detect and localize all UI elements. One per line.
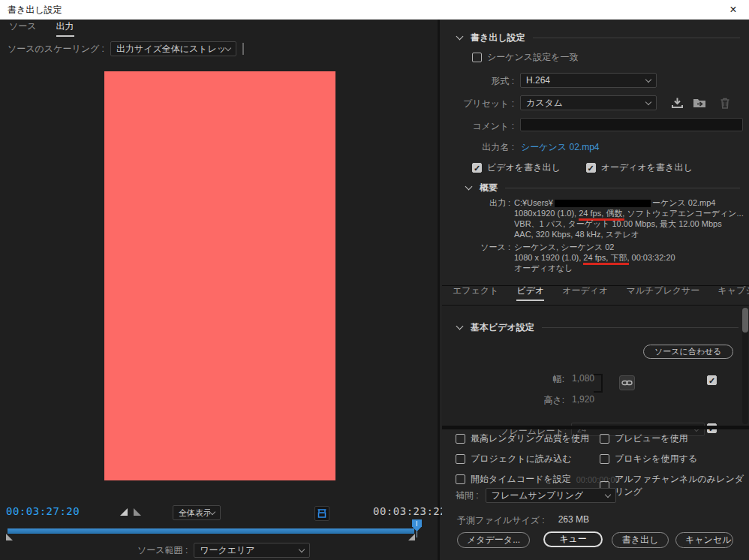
video-preview (104, 71, 335, 480)
tab-audio[interactable]: オーディオ (562, 285, 608, 301)
summary-section-header[interactable]: 概要 (466, 182, 740, 194)
link-dimensions-button[interactable] (619, 375, 635, 390)
close-icon[interactable]: × (717, 3, 749, 17)
source-scaling-value: 出力サイズ全体にストレッチ (116, 43, 226, 56)
summary-source-audio-text: オーディオなし (514, 263, 573, 273)
chevron-down-icon (456, 33, 464, 41)
summary-source-text: シーケンス, シーケンス 02 (514, 242, 614, 252)
width-value[interactable]: 1,080 (572, 373, 594, 384)
preview-panel: ソース 出力 ソースのスケーリング : 出力サイズ全体にストレッチ 00:03:… (0, 20, 440, 560)
option-set-start-timecode: 開始タイムコードを設定 00:00:00:00 (456, 473, 620, 486)
chevron-down-icon (456, 323, 464, 330)
source-range-label: ソース範囲 : (137, 544, 188, 557)
tab-captions[interactable]: キャプション (717, 285, 749, 301)
output-name-row: 出力名 : シーケンス 02.mp4 (442, 140, 749, 152)
preset-value: カスタム (526, 97, 563, 110)
save-preset-button[interactable] (669, 95, 685, 110)
set-in-point-icon[interactable] (120, 508, 128, 516)
interpolation-row: 補間 : フレームサンプリング (456, 488, 616, 503)
scrollbar[interactable] (742, 308, 748, 424)
match-sequence-checkbox[interactable] (472, 53, 482, 62)
set-out-point-icon[interactable] (134, 508, 141, 516)
format-dropdown[interactable]: H.264 (520, 73, 657, 88)
section-divider (542, 327, 738, 328)
tab-output[interactable]: 出力 (56, 20, 74, 37)
import-preset-button[interactable] (691, 95, 708, 110)
height-value[interactable]: 1,920 (572, 394, 594, 405)
estimated-size-value: 263 MB (558, 514, 589, 527)
work-area-bar[interactable] (8, 528, 414, 534)
set-start-timecode-label: 開始タイムコードを設定 (471, 473, 571, 486)
summary-section-title: 概要 (480, 182, 498, 194)
work-area-start-handle[interactable] (6, 534, 13, 540)
estimated-size-label: 予測ファイルサイズ : (457, 514, 545, 527)
preset-row: プリセット : カスタム (442, 95, 749, 110)
export-settings-section-title: 書き出し設定 (471, 32, 525, 44)
delete-preset-button[interactable] (717, 95, 733, 110)
height-label: 高さ: (487, 394, 564, 407)
interpolation-dropdown[interactable]: フレームサンプリング (486, 488, 616, 503)
export-audio-checkbox[interactable] (586, 163, 596, 173)
save-preset-icon (671, 97, 684, 110)
dimensions-checkbox[interactable] (707, 375, 717, 385)
video-settings-scroll-area: 基本ビデオ設定 ソースに合わせる 幅: 1,080 高さ: 1,920 フレーム… (442, 306, 749, 426)
window-title: 書き出し設定 (0, 4, 62, 17)
summary-source-label: ソース : (442, 242, 514, 252)
section-divider (533, 38, 740, 38)
work-area-end-handle[interactable] (408, 534, 415, 540)
match-source-button[interactable]: ソースに合わせる (643, 345, 733, 359)
crop-button[interactable] (314, 506, 329, 521)
settings-tab-bar: エフェクト ビデオ オーディオ マルチプレクサー キャプション パブ » (442, 285, 749, 306)
comment-label: コメント : (442, 120, 514, 133)
duration-timecode: 00:03:23:22 (373, 505, 447, 517)
current-timecode[interactable]: 00:03:27:20 (6, 505, 80, 517)
set-start-timecode-checkbox[interactable] (456, 474, 465, 484)
summary-output-path-text: C:¥Users¥ーケンス 02.mp4 (514, 198, 716, 208)
width-label: 幅: (487, 373, 564, 386)
queue-button[interactable]: キュー (543, 531, 603, 547)
source-scaling-row: ソースのスケーリング : 出力サイズ全体にストレッチ (8, 41, 244, 56)
summary-audio-text: AAC, 320 Kbps, 48 kHz, ステレオ (514, 230, 639, 239)
chevron-down-icon (299, 546, 305, 552)
export-button[interactable]: 書き出し (612, 532, 669, 548)
preset-dropdown[interactable]: カスタム (520, 95, 657, 110)
import-preset-icon (693, 97, 706, 109)
export-video-checkbox[interactable] (472, 163, 482, 173)
summary-source-audio: オーディオなし (442, 263, 744, 273)
import-into-project-checkbox[interactable] (456, 454, 465, 464)
zoom-level-dropdown[interactable]: 全体表示 (173, 505, 221, 520)
comment-input[interactable] (520, 118, 743, 131)
use-proxies-checkbox[interactable] (600, 454, 609, 464)
panel-divider (442, 426, 749, 429)
max-render-quality-checkbox[interactable] (456, 434, 465, 444)
max-render-quality-label: 最高レンダリング品質を使用 (471, 432, 589, 445)
source-range-dropdown[interactable]: ワークエリア (194, 543, 310, 558)
option-use-proxies: プロキシを使用する (600, 453, 697, 465)
use-previews-checkbox[interactable] (600, 434, 609, 444)
match-sequence-label: シーケンス設定を一致 (487, 51, 578, 64)
tab-video[interactable]: ビデオ (516, 285, 544, 301)
tab-effects[interactable]: エフェクト (453, 285, 498, 301)
chevron-down-icon (645, 98, 651, 104)
basic-video-section-header[interactable]: 基本ビデオ設定 (457, 321, 738, 334)
summary-output-specs-text: 1080x1920 (1.0), 24 fps, 偶数, ソフトウェアエンコーデ… (514, 209, 744, 218)
tab-multiplexer[interactable]: マルチプレクサー (626, 285, 699, 301)
estimated-size-row: 予測ファイルサイズ : 263 MB (457, 514, 589, 527)
summary-source-specs: 1080 x 1920 (1.0), 24 fps, 下部, 00:03:32:… (442, 253, 744, 263)
source-scaling-dropdown[interactable]: 出力サイズ全体にストレッチ (110, 41, 236, 56)
metadata-button[interactable]: メタデータ... (457, 532, 530, 548)
scrollbar-thumb[interactable] (742, 308, 748, 333)
interpolation-label: 補間 : (456, 489, 479, 502)
output-name-link[interactable]: シーケンス 02.mp4 (521, 141, 599, 154)
tab-source[interactable]: ソース (9, 20, 37, 37)
dimension-link-bracket (594, 374, 603, 393)
use-previews-label: プレビューを使用 (615, 432, 687, 445)
export-settings-section-header[interactable]: 書き出し設定 (457, 32, 740, 44)
summary-output-label: 出力 : (442, 198, 514, 208)
source-scaling-label: ソースのスケーリング : (8, 43, 104, 56)
use-proxies-label: プロキシを使用する (615, 453, 697, 465)
output-name-label: 出力名 : (442, 141, 514, 154)
option-max-render-quality: 最高レンダリング品質を使用 (456, 432, 589, 445)
chevron-down-icon (645, 76, 651, 82)
cancel-button[interactable]: キャンセル (675, 532, 733, 548)
